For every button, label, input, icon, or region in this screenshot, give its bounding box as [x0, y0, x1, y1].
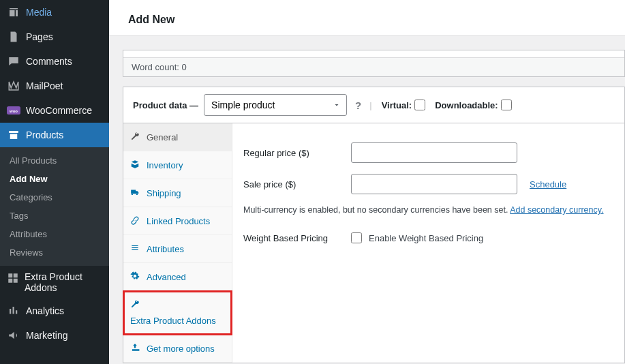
tab-label: Inventory [147, 160, 183, 170]
page-header: Add New [109, 0, 625, 36]
submenu-item-all-products[interactable]: All Products [0, 151, 109, 170]
submenu-item-tags[interactable]: Tags [0, 207, 109, 225]
sidebar-item-label: Marketing [26, 330, 67, 341]
general-panel: Regular price ($) Sale price ($) Schedul… [232, 123, 624, 363]
tab-linked-products[interactable]: Linked Products [123, 207, 232, 235]
virtual-checkbox[interactable] [414, 100, 425, 110]
sidebar-item-label: Comments [26, 56, 72, 67]
tab-label: Shipping [147, 188, 181, 198]
tab-extra-product-addons[interactable]: Extra Product Addons [123, 291, 232, 335]
product-data-box: Product data — Simple product ? | Virtua… [123, 87, 625, 363]
sidebar-item-label: Media [26, 7, 52, 18]
sale-price-label: Sale price ($) [243, 179, 344, 189]
marketing-icon [7, 329, 20, 342]
sidebar-item-extra-product-addons[interactable]: Extra Product Addons [0, 266, 109, 299]
sidebar-item-label: Pages [26, 31, 53, 42]
regular-price-input[interactable] [351, 142, 517, 163]
weight-pricing-checkbox[interactable] [351, 232, 362, 243]
sidebar-item-comments[interactable]: Comments [0, 49, 109, 74]
tab-label: Get more options [147, 344, 215, 354]
editor-box: Word count: 0 [123, 50, 625, 77]
products-icon [7, 128, 20, 142]
wrench-icon [130, 132, 141, 142]
woo-icon: woo [7, 104, 20, 117]
media-icon [7, 5, 20, 19]
sidebar-item-label: WooCommerce [26, 105, 92, 116]
weight-pricing-cb-label: Enable Weight Based Pricing [369, 233, 483, 243]
submenu-item-add-new[interactable]: Add New [0, 170, 109, 188]
add-secondary-currency-link[interactable]: Add secondary currency. [510, 205, 603, 215]
schedule-link[interactable]: Schedule [530, 179, 566, 189]
product-data-label: Product data — [133, 100, 198, 110]
sidebar-item-marketing[interactable]: Marketing [0, 323, 109, 348]
sale-price-input[interactable] [351, 174, 517, 194]
tab-attributes[interactable]: Attributes [123, 235, 232, 263]
pages-icon [7, 30, 20, 44]
downloadable-label: Downloadable: [435, 100, 498, 110]
submenu-item-reviews[interactable]: Reviews [0, 243, 109, 262]
tab-label: Advanced [147, 272, 186, 282]
share-icon [130, 343, 141, 354]
tab-label: General [147, 132, 178, 142]
tab-shipping[interactable]: Shipping [123, 179, 232, 207]
tab-label: Extra Product Addons [130, 316, 216, 326]
admin-sidebar: Media Pages Comments MailPoet woo WooCom… [0, 0, 109, 364]
page-title: Add New [128, 14, 611, 26]
sidebar-item-pages[interactable]: Pages [0, 25, 109, 49]
inventory-icon [130, 160, 141, 170]
sidebar-item-label: Extra Product Addons [25, 271, 102, 293]
submenu-item-categories[interactable]: Categories [0, 188, 109, 207]
tab-label: Attributes [147, 244, 184, 254]
multicurrency-note: Multi-currency is enabled, but no second… [243, 205, 613, 215]
downloadable-checkbox[interactable] [501, 100, 512, 110]
sidebar-item-woocommerce[interactable]: woo WooCommerce [0, 98, 109, 123]
product-data-header: Product data — Simple product ? | Virtua… [123, 87, 624, 123]
submenu-item-attributes[interactable]: Attributes [0, 225, 109, 243]
main-content: Add New Word count: 0 Product data — Sim… [109, 0, 625, 364]
sidebar-item-label: Analytics [26, 305, 64, 316]
sidebar-item-media[interactable]: Media [0, 0, 109, 25]
analytics-icon [7, 304, 20, 318]
word-count: Word count: 0 [123, 57, 624, 76]
shipping-icon [130, 187, 141, 198]
sidebar-item-products[interactable]: Products [0, 123, 109, 147]
sidebar-item-label: MailPoet [26, 80, 63, 91]
virtual-label: Virtual: [382, 100, 412, 110]
sidebar-item-mailpoet[interactable]: MailPoet [0, 74, 109, 98]
mailpoet-icon [7, 79, 20, 93]
product-data-tabs: General Inventory Shipping Linked P [123, 123, 232, 363]
epa-icon [7, 271, 19, 285]
tab-advanced[interactable]: Advanced [123, 263, 232, 291]
product-type-select[interactable]: Simple product [204, 94, 347, 116]
sidebar-item-label: Products [26, 130, 63, 140]
link-icon [130, 215, 141, 226]
list-icon [130, 243, 141, 254]
comments-icon [7, 55, 20, 68]
svg-text:woo: woo [9, 109, 18, 113]
tab-inventory[interactable]: Inventory [123, 151, 232, 179]
regular-price-label: Regular price ($) [243, 148, 344, 158]
help-icon[interactable]: ? [355, 100, 361, 111]
wrench-icon [130, 299, 141, 310]
products-submenu: All Products Add New Categories Tags Att… [0, 147, 109, 266]
weight-pricing-label: Weight Based Pricing [243, 233, 344, 243]
tab-get-more-options[interactable]: Get more options [123, 335, 232, 363]
gear-icon [130, 271, 141, 282]
tab-general[interactable]: General [123, 123, 232, 151]
sidebar-item-analytics[interactable]: Analytics [0, 299, 109, 323]
tab-label: Linked Products [147, 216, 210, 226]
